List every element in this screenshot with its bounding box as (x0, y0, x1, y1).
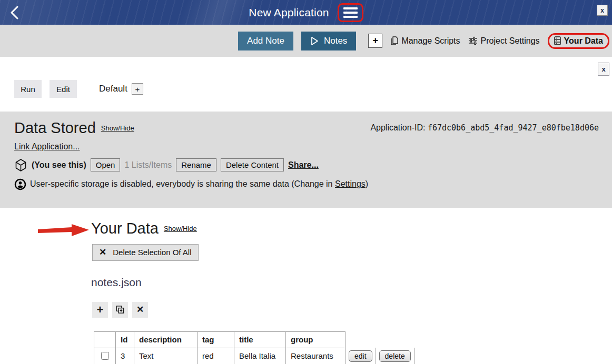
header-id: Id (116, 331, 134, 348)
application-id-label: Application-ID: (370, 123, 428, 132)
data-stored-section: Data Stored Show/Hide Application-ID: f6… (0, 112, 612, 208)
settings-link[interactable]: Settings (335, 179, 366, 188)
copy-plus-icon (115, 305, 125, 315)
header-description: description (134, 331, 198, 348)
edit-row-button[interactable]: edit (349, 350, 372, 362)
application-id: Application-ID: f67dc0b6_abd5_4fad_9427_… (370, 123, 599, 133)
cube-icon (14, 158, 27, 172)
play-icon (310, 36, 319, 46)
project-settings-button[interactable]: Project Settings (468, 36, 540, 46)
cell-description: Text (134, 348, 198, 364)
your-data-annotation-box: Your Data (548, 33, 609, 49)
window-close-button[interactable]: x (597, 5, 608, 16)
toolbar: Add Note Notes + Manage Scripts Project … (0, 25, 612, 57)
file-name: notes.json (91, 276, 612, 289)
duplicate-row-button[interactable] (112, 302, 128, 318)
chevron-left-icon (9, 6, 21, 19)
your-data-button[interactable]: Your Data (554, 36, 603, 46)
manage-scripts-label: Manage Scripts (401, 36, 460, 46)
add-row-button[interactable]: + (92, 302, 108, 318)
project-settings-label: Project Settings (481, 36, 540, 46)
storage-note-close: ) (366, 179, 368, 188)
cell-id: 3 (116, 348, 134, 364)
delete-selection-button[interactable]: ✕ Delete Selection Of All (92, 244, 199, 261)
table-row: 3 Text red Bella Italia Restaurants edit… (94, 348, 414, 364)
header-tag: tag (198, 331, 234, 348)
delete-row-entry-button[interactable]: delete (379, 350, 411, 362)
cell-group: Restaurants (286, 348, 346, 364)
header-group: group (286, 331, 346, 348)
rename-button[interactable]: Rename (176, 158, 216, 171)
red-arrow-annotation (38, 223, 90, 238)
your-data-heading: Your Data (91, 220, 159, 237)
you-see-this-label: (You see this) (32, 160, 86, 170)
edit-button[interactable]: Edit (50, 80, 77, 98)
header-title: title (234, 331, 286, 348)
database-icon (554, 36, 561, 45)
add-version-button[interactable]: + (132, 83, 143, 95)
add-script-button[interactable]: + (368, 34, 382, 48)
scripts-icon (390, 36, 398, 46)
hamburger-menu-icon[interactable] (343, 7, 358, 18)
user-icon (14, 178, 26, 190)
sliders-icon (468, 36, 478, 45)
delete-selection-label: Delete Selection Of All (113, 248, 191, 257)
data-stored-show-hide-link[interactable]: Show/Hide (101, 124, 134, 132)
delete-content-button[interactable]: Delete Content (221, 158, 284, 171)
lists-items-count: 1 Lists/Items (124, 160, 172, 170)
delete-row-button[interactable]: ✕ (132, 302, 148, 318)
default-tab-label: Default (99, 84, 127, 94)
row-checkbox[interactable] (101, 352, 109, 360)
x-icon: ✕ (99, 247, 106, 258)
top-navigation-bar: New Application x (0, 0, 612, 25)
notes-button-label: Notes (324, 36, 347, 46)
run-button[interactable]: Run (14, 80, 42, 98)
menu-annotation-box (338, 3, 363, 22)
data-stored-heading: Data Stored (14, 120, 96, 137)
app-control-panel: x Run Edit Default + (0, 57, 612, 112)
storage-note-text: User-specific storage is disabled, every… (30, 179, 335, 188)
panel-close-button[interactable]: x (598, 63, 609, 76)
cell-title: Bella Italia (234, 348, 286, 364)
header-checkbox-column (94, 331, 116, 348)
open-button[interactable]: Open (91, 158, 121, 171)
add-note-button[interactable]: Add Note (238, 32, 293, 50)
your-data-label: Your Data (564, 36, 603, 46)
share-link[interactable]: Share... (288, 160, 319, 170)
storage-note: User-specific storage is disabled, every… (30, 179, 368, 189)
your-data-show-hide-link[interactable]: Show/Hide (164, 225, 197, 232)
application-id-value: f67dc0b6_abd5_4fad_9427_e80fbe18d06e (428, 123, 599, 133)
cell-tag: red (198, 348, 234, 364)
manage-scripts-button[interactable]: Manage Scripts (390, 36, 460, 46)
table-header-row: Id description tag title group (94, 331, 414, 348)
back-button[interactable] (6, 4, 23, 21)
data-table: Id description tag title group 3 Text re… (94, 331, 414, 364)
your-data-section: Your Data Show/Hide ✕ Delete Selection O… (0, 208, 612, 364)
notes-button[interactable]: Notes (301, 32, 356, 50)
page-title: New Application (249, 6, 329, 19)
run-edit-row: Run Edit Default + (0, 57, 612, 98)
link-application-link[interactable]: Link Application... (14, 142, 80, 151)
